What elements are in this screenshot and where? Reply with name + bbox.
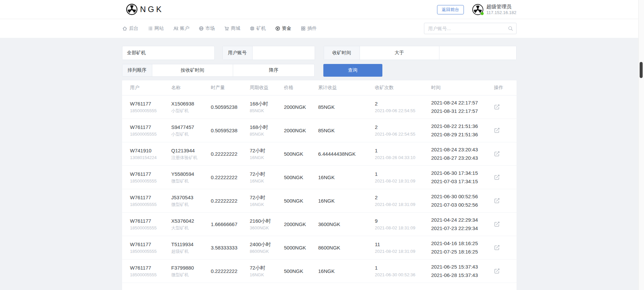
miner-type-select[interactable]: 全部矿机 — [122, 46, 215, 60]
sort-order-select[interactable]: 降序 — [233, 64, 314, 76]
edit-icon[interactable] — [494, 245, 500, 250]
table-row: W76117718500005555 S9477457小型矿机 0.505952… — [122, 119, 517, 142]
cycle-yield: 8600NGK — [250, 249, 284, 254]
nav-item-home[interactable]: 后台 — [122, 25, 139, 31]
miner-name: X1506938 — [171, 100, 211, 107]
search-input[interactable] — [424, 23, 517, 34]
end-time: 2021-08-29 21:51:36 — [431, 131, 494, 138]
nav-item-market[interactable]: 市场 — [199, 25, 215, 31]
nav-item-miner[interactable]: 矿机 — [250, 25, 266, 31]
cycle-hours: 72小时 — [250, 265, 284, 271]
last-collect-time: 2021-08-02 18:31:09 — [375, 178, 431, 184]
cycle-hours: 2400小时 — [250, 241, 284, 248]
edit-icon[interactable] — [494, 174, 500, 180]
user-account-input[interactable] — [253, 46, 315, 60]
start-time: 2021-06-30 17:34:15 — [431, 169, 494, 177]
back-to-front-button[interactable]: 返回前台 — [437, 5, 464, 14]
edit-icon[interactable] — [494, 221, 500, 227]
filter-row-2: 排列顺序 按收矿时间 降序 查询 — [122, 64, 517, 77]
start-time: 2021-06-30 00:52:56 — [431, 193, 494, 200]
cycle-yield: 85NGK — [250, 132, 284, 137]
cycle-hours: 168小时 — [250, 100, 284, 107]
start-time: 2021-04-16 18:16:25 — [431, 240, 494, 247]
sort-field-select[interactable]: 按收矿时间 — [152, 64, 233, 76]
col-hourly: 时产量 — [211, 85, 250, 91]
cycle-hours: 72小时 — [250, 194, 284, 201]
query-button[interactable]: 查询 — [323, 64, 382, 77]
cycle-hours: 72小时 — [250, 147, 284, 154]
table-row: W76117718500005555 F3799880微型矿机 0.222222… — [122, 260, 517, 283]
cycle-hours: 72小时 — [250, 171, 284, 177]
miner-name: F3799880 — [171, 265, 211, 271]
collect-count: 2 — [375, 124, 431, 131]
sort-filter: 排列顺序 按收矿时间 降序 — [122, 64, 315, 77]
end-time: 2021-07-03 00:52:56 — [431, 201, 494, 209]
price: 500NGK — [284, 198, 318, 204]
miner-type: 小型矿机 — [171, 108, 211, 114]
collect-count: 11 — [375, 241, 431, 248]
edit-icon[interactable] — [494, 151, 500, 157]
nav-item-mall[interactable]: 商城 — [224, 25, 240, 31]
miner-table: 用户 名称 时产量 周期收益 价格 累计收益 收矿次数 时间 操作 W76117… — [122, 80, 517, 290]
miner-name: X5376042 — [171, 218, 211, 224]
comparator-select[interactable]: 大于 — [360, 46, 439, 60]
brand-name: NGK — [140, 5, 164, 14]
table-row: W76117718500005555 X1506938小型矿机 0.505952… — [122, 95, 517, 119]
users-icon — [173, 26, 178, 31]
user-id: W761177 — [130, 100, 171, 107]
cycle-hours: 168小时 — [250, 124, 284, 131]
admin-profile[interactable]: 超级管理员 117.152.16.182 — [472, 4, 516, 15]
nav-item-funds[interactable]: 资金 — [275, 25, 291, 31]
user-phone: 13080154224 — [130, 155, 171, 160]
hourly-output: 0.50595238 — [211, 127, 250, 134]
start-time: 2021-04-24 22:29:34 — [431, 216, 494, 224]
hourly-output: 0.22222222 — [211, 151, 250, 157]
miner-type: 注册体验矿机 — [171, 155, 211, 160]
nav-search — [424, 23, 517, 34]
user-phone: 18500005555 — [130, 202, 171, 207]
table-row: W76117718500005555 Y5580594微型矿机 0.222222… — [122, 166, 517, 189]
hourly-output: 0.22222222 — [211, 268, 250, 275]
scrollbar-thumb[interactable] — [640, 62, 643, 78]
start-time: 2021-08-22 21:51:36 — [431, 123, 494, 130]
cycle-yield: 16NGK — [250, 272, 284, 278]
cycle-yield: 16NGK — [250, 178, 284, 184]
admin-name: 超级管理员 — [486, 4, 516, 10]
edit-icon[interactable] — [494, 104, 500, 110]
cycle-yield: 3600NGK — [250, 225, 284, 231]
user-id: W761177 — [130, 171, 171, 177]
nav-item-label: 账户 — [180, 25, 190, 31]
nav-item-label: 市场 — [206, 25, 215, 31]
scrollbar-track[interactable] — [638, 0, 644, 290]
search-icon[interactable] — [508, 26, 513, 31]
edit-icon[interactable] — [494, 198, 500, 204]
collect-time-input[interactable] — [439, 46, 516, 60]
nav-item-label: 网站 — [155, 25, 164, 31]
collect-count: 1 — [375, 147, 431, 154]
admin-ip: 117.152.16.182 — [486, 10, 516, 15]
nav-item-label: 资金 — [282, 25, 291, 31]
last-collect-time: 2021-08-02 18:31:09 — [375, 249, 431, 254]
user-account-filter: 用户账号 — [222, 46, 315, 60]
last-collect-time: 2021-06-30 00:52:36 — [375, 272, 431, 278]
price: 2000NGK — [284, 221, 318, 228]
col-name: 名称 — [171, 85, 211, 91]
nav-item-users[interactable]: 账户 — [173, 25, 190, 31]
table-row: W761177 W6842791 72小时 1 2021-06-18 19:41… — [122, 283, 517, 290]
end-time: 2021-08-31 22:17:57 — [431, 107, 494, 115]
hourly-output: 0.22222222 — [211, 198, 250, 204]
miner-type: 微型矿机 — [171, 202, 211, 207]
user-phone: 18500005555 — [130, 108, 171, 114]
miner-type: 微型矿机 — [171, 272, 211, 278]
table-row: W74191013080154224 Q1213944注册体验矿机 0.2222… — [122, 142, 517, 166]
nav-items: 后台 网站 账户 市场 商城 矿机 资金 插件 — [122, 25, 317, 31]
user-id: W761177 — [130, 194, 171, 201]
nav-item-plugin[interactable]: 插件 — [301, 25, 317, 31]
table-header: 用户 名称 时产量 周期收益 价格 累计收益 收矿次数 时间 操作 — [122, 80, 517, 95]
edit-icon[interactable] — [494, 128, 500, 133]
edit-icon[interactable] — [494, 268, 500, 274]
total-yield: 16NGK — [318, 268, 375, 275]
collect-time-label: 收矿时间 — [324, 46, 360, 60]
total-yield: 3600NGK — [318, 221, 375, 228]
nav-item-site[interactable]: 网站 — [148, 25, 164, 31]
